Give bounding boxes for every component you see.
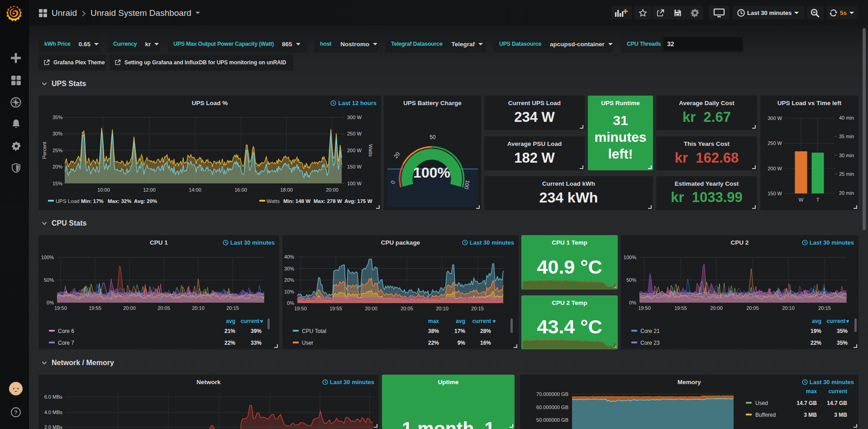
svg-text:200 W: 200 W: [347, 148, 362, 153]
svg-text:3 MB: 3 MB: [804, 412, 817, 418]
svg-text:Avg: 175 W: Avg: 175 W: [344, 198, 372, 204]
svg-text:Avg: 20%: Avg: 20%: [134, 198, 157, 204]
svg-text:150 W: 150 W: [768, 191, 782, 196]
svg-text:Core 23: Core 23: [640, 340, 660, 346]
svg-text:40 min: 40 min: [839, 115, 854, 121]
svg-text:21%: 21%: [224, 328, 235, 334]
svg-text:50.000000 GB: 50.000000 GB: [536, 417, 568, 423]
svg-text:39%: 39%: [251, 328, 262, 334]
svg-text:avg: avg: [226, 318, 235, 324]
svg-text:20:10: 20:10: [436, 306, 448, 311]
svg-text:35%: 35%: [837, 328, 848, 334]
svg-text:16%: 16%: [480, 340, 491, 346]
svg-text:20:00: 20:00: [710, 305, 723, 311]
svg-text:0%: 0%: [47, 300, 54, 305]
svg-text:300 W: 300 W: [768, 116, 782, 121]
svg-text:12:00: 12:00: [143, 187, 156, 193]
svg-text:22%: 22%: [428, 340, 439, 346]
svg-text:▾: ▾: [492, 318, 496, 324]
svg-text:Used: Used: [755, 400, 768, 406]
svg-text:50%: 50%: [626, 277, 636, 283]
svg-text:20:00: 20:00: [326, 187, 339, 193]
svg-text:20 min: 20 min: [839, 190, 854, 196]
svg-text:2.0 MBs: 2.0 MBs: [44, 424, 63, 429]
svg-text:current: current: [241, 318, 259, 324]
svg-text:20: 20: [392, 151, 401, 159]
svg-text:Buffered: Buffered: [755, 412, 776, 418]
svg-text:max: max: [428, 318, 439, 324]
svg-text:Watts: Watts: [267, 198, 280, 204]
svg-text:60.000000 GB: 60.000000 GB: [536, 405, 568, 410]
svg-text:22%: 22%: [811, 340, 821, 346]
svg-text:35%: 35%: [837, 340, 848, 346]
svg-text:20:05: 20:05: [157, 305, 170, 311]
svg-text:Percent: Percent: [42, 142, 47, 159]
svg-text:UPS Load: UPS Load: [56, 198, 79, 204]
svg-text:20:05: 20:05: [401, 306, 413, 311]
svg-text:30%: 30%: [52, 131, 62, 136]
svg-text:0%: 0%: [629, 300, 636, 305]
svg-text:10%: 10%: [284, 289, 294, 294]
svg-text:max: max: [806, 388, 817, 395]
svg-text:avg: avg: [812, 318, 821, 324]
svg-text:avg: avg: [456, 318, 465, 324]
svg-text:4.0 MBs: 4.0 MBs: [44, 410, 63, 415]
svg-text:9%: 9%: [458, 340, 466, 346]
svg-text:User: User: [302, 340, 313, 346]
svg-text:20:00: 20:00: [123, 305, 136, 311]
svg-text:current: current: [829, 388, 847, 395]
svg-text:T: T: [816, 197, 820, 202]
svg-text:3 MB: 3 MB: [834, 412, 847, 418]
svg-text:19:50: 19:50: [294, 306, 307, 311]
svg-text:22%: 22%: [224, 340, 235, 346]
svg-text:20:05: 20:05: [746, 305, 759, 311]
svg-text:25 min: 25 min: [839, 171, 854, 177]
svg-text:0%: 0%: [287, 300, 294, 306]
svg-text:19:55: 19:55: [329, 306, 342, 311]
svg-text:15%: 15%: [52, 181, 62, 186]
svg-text:Core 21: Core 21: [640, 328, 660, 334]
svg-text:200 W: 200 W: [768, 166, 782, 171]
svg-text:17%: 17%: [454, 328, 465, 334]
svg-text:100%: 100%: [41, 255, 54, 260]
svg-text:Min: 17%: Min: 17%: [81, 198, 104, 204]
svg-text:current: current: [472, 318, 491, 324]
svg-text:▾: ▾: [260, 318, 263, 324]
svg-text:35%: 35%: [52, 115, 62, 120]
svg-text:250 W: 250 W: [768, 140, 782, 146]
svg-text:50%: 50%: [44, 277, 54, 283]
svg-text:?: ?: [14, 409, 18, 416]
svg-text:19:55: 19:55: [674, 305, 687, 311]
svg-text:18:00: 18:00: [280, 187, 293, 193]
svg-text:19:55: 19:55: [89, 305, 101, 311]
svg-text:Watts: Watts: [368, 144, 373, 157]
svg-text:Min: 148 W: Min: 148 W: [283, 198, 310, 204]
svg-text:20:15: 20:15: [818, 305, 831, 311]
svg-text:20:00: 20:00: [365, 306, 377, 311]
svg-text:20:15: 20:15: [471, 306, 484, 311]
svg-text:30 min: 30 min: [839, 153, 854, 158]
svg-text:CPU Total: CPU Total: [302, 328, 326, 334]
svg-text:6.0 MBs: 6.0 MBs: [44, 394, 63, 400]
svg-text:100 W: 100 W: [347, 181, 362, 186]
svg-text:30%: 30%: [284, 266, 294, 271]
svg-text:20:10: 20:10: [192, 305, 205, 311]
svg-text:19:50: 19:50: [638, 305, 651, 311]
svg-text:300 W: 300 W: [347, 115, 362, 120]
svg-text:20:10: 20:10: [782, 305, 795, 311]
svg-text:16:00: 16:00: [234, 187, 247, 193]
svg-text:40%: 40%: [284, 254, 294, 260]
svg-text:10:00: 10:00: [97, 187, 110, 193]
svg-text:150 W: 150 W: [347, 164, 362, 169]
svg-text:100%: 100%: [413, 164, 450, 181]
svg-text:Max: 32%: Max: 32%: [108, 198, 131, 204]
svg-text:19%: 19%: [811, 328, 821, 334]
svg-text:Core 6: Core 6: [58, 328, 74, 334]
svg-text:▾: ▾: [846, 318, 849, 324]
svg-text:20:15: 20:15: [226, 305, 239, 311]
svg-text:14.7 GB: 14.7 GB: [827, 400, 847, 406]
svg-text:33%: 33%: [251, 340, 262, 346]
svg-text:100%: 100%: [624, 255, 636, 260]
svg-text:Max: 278 W: Max: 278 W: [314, 198, 342, 204]
svg-text:250 W: 250 W: [347, 131, 362, 136]
